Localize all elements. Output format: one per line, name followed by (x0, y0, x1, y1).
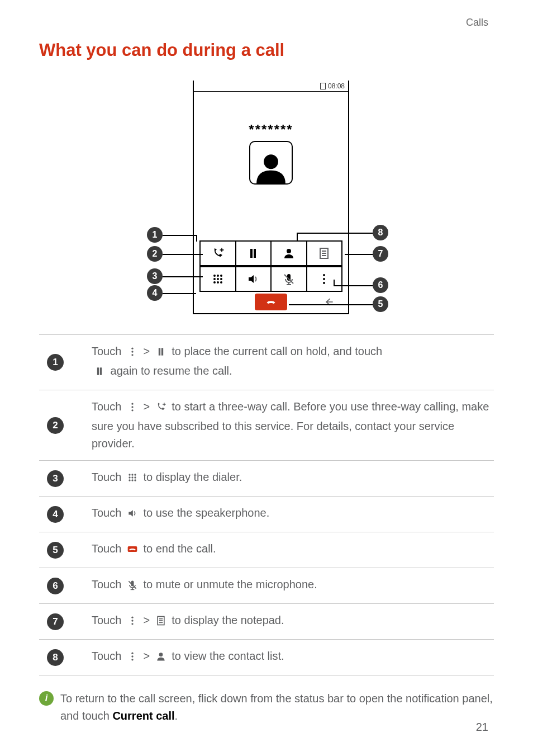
legend-table: 1 Touch > to place the current call on h… (39, 334, 494, 675)
info-icon: i (39, 691, 54, 706)
phone-btn-more[interactable] (307, 266, 343, 292)
row-text: Touch > to place the current call on hol… (92, 343, 494, 382)
row-num: 5 (47, 542, 64, 559)
section-header: Calls (466, 17, 488, 29)
battery-icon (320, 83, 326, 89)
row-num: 8 (47, 649, 64, 666)
more-icon (127, 345, 138, 362)
phone-btn-endcall[interactable] (255, 294, 287, 310)
page-title: What you can do during a call (39, 40, 494, 60)
avatar-icon (249, 141, 293, 185)
contact-icon (155, 650, 166, 667)
page-number: 21 (476, 721, 488, 734)
phone-btn-notepad[interactable] (307, 240, 343, 266)
more-icon (127, 614, 138, 631)
callout-3: 3 (147, 268, 163, 284)
row-num: 7 (47, 613, 64, 630)
phone-btn-contacts[interactable] (272, 240, 307, 266)
phone-btn-mute[interactable] (272, 266, 307, 292)
row-num: 3 (47, 470, 64, 487)
row-text: Touch > to display the notepad. (92, 612, 494, 631)
phone-btn-addcall[interactable] (199, 240, 236, 266)
table-row: 4 Touch to use the speakerphone. (39, 496, 494, 532)
table-row: 6 Touch to mute or unmute the microphone… (39, 568, 494, 603)
phone-btn-hold[interactable] (236, 240, 272, 266)
row-text: Touch > to view the contact list. (92, 648, 494, 667)
back-icon (323, 296, 335, 308)
table-row: 5 Touch to end the call. (39, 532, 494, 568)
row-text: Touch to display the dialer. (92, 469, 494, 488)
table-row: 3 Touch to display the dialer. (39, 460, 494, 496)
tip-note: i To return to the call screen, flick do… (39, 690, 494, 725)
row-text: Touch to mute or unmute the microphone. (92, 576, 494, 596)
row-num: 6 (47, 578, 64, 594)
tip-text: To return to the call screen, flick down… (60, 690, 494, 725)
callout-2: 2 (147, 246, 163, 262)
callout-8: 8 (373, 225, 388, 240)
table-row: 7 Touch > to display the notepad. (39, 603, 494, 639)
speaker-icon (127, 507, 138, 524)
row-text: Touch to end the call. (92, 540, 494, 560)
callout-1: 1 (147, 227, 163, 243)
row-num: 1 (47, 354, 64, 371)
table-row: 2 Touch > to start a three-way call. Bef… (39, 390, 494, 460)
row-num: 2 (47, 417, 64, 434)
phone-illustration: 08:08 ******* (39, 81, 494, 321)
end-call-icon (127, 542, 138, 560)
mic-off-icon (127, 578, 138, 596)
phone-btn-speaker[interactable] (236, 266, 272, 292)
phone-btn-dialpad[interactable] (199, 266, 236, 292)
status-bar: 08:08 (194, 81, 348, 92)
dialpad-icon (127, 471, 138, 488)
notepad-icon (155, 614, 166, 631)
row-num: 4 (47, 506, 64, 523)
callout-4: 4 (147, 285, 163, 301)
pause-icon (155, 345, 166, 362)
callout-7: 7 (373, 246, 388, 262)
more-icon (127, 650, 138, 667)
table-row: 8 Touch > to view the contact list. (39, 639, 494, 675)
table-row: 1 Touch > to place the current call on h… (39, 334, 494, 390)
add-call-icon (155, 400, 166, 418)
pause-icon (94, 365, 105, 382)
more-icon (127, 400, 138, 418)
caller-name-masked: ******* (194, 122, 348, 138)
status-time: 08:08 (328, 82, 345, 90)
row-text: Touch > to start a three-way call. Befor… (92, 398, 494, 452)
callout-5: 5 (373, 296, 388, 312)
callout-6: 6 (373, 277, 388, 293)
row-text: Touch to use the speakerphone. (92, 504, 494, 524)
svg-point-31 (264, 154, 278, 169)
